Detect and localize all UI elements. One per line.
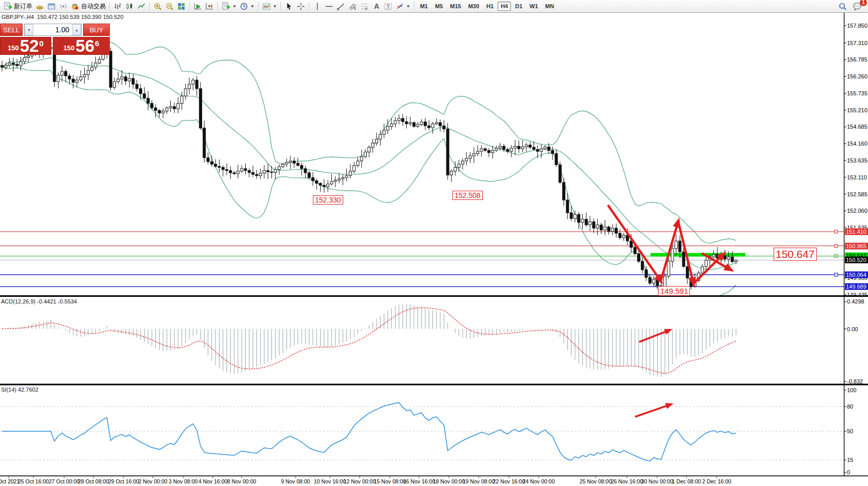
toolbar-separator (258, 2, 259, 11)
date-label: 16 Nov 16:00 (403, 478, 435, 484)
annotation-box[interactable]: 149.591 (658, 286, 690, 296)
buy-button[interactable]: BUY (83, 24, 110, 36)
notifications-button[interactable]: 💬1 (852, 1, 863, 11)
timeframe-button-M1[interactable]: M1 (417, 2, 431, 11)
macd-indicator-header: ACD(12,26,9) -0.4421 -0.5534 (1, 298, 77, 305)
buy-price-pips: 56 (75, 38, 94, 54)
buy-price-display[interactable]: 150 56 6 (53, 37, 110, 55)
timeframe-button-H1[interactable]: H1 (483, 2, 497, 11)
buy-price-handle: 150 (64, 44, 75, 52)
price-level-label: 151.410 (845, 228, 868, 235)
period-selector-button[interactable]: ▼ (238, 1, 256, 11)
timeframe-button-M15[interactable]: M15 (447, 2, 464, 11)
sell-price-display[interactable]: 150 52 0 (0, 37, 51, 55)
rsi-scale-label: 80 (847, 403, 867, 410)
timeframe-button-M5[interactable]: M5 (432, 2, 446, 11)
date-label: 25 Nov 08:00 (580, 478, 611, 484)
bollinger-band-line (2, 67, 736, 299)
channel-icon: E (348, 2, 357, 11)
fibonacci-button[interactable]: F (359, 1, 370, 11)
macd-pane (2, 304, 736, 377)
date-label: 29 Oct 16:00 (108, 478, 139, 484)
price-tick-label: 153.110 (847, 174, 867, 180)
date-label: 1 Dec 08:00 (672, 478, 701, 484)
volume-spinner: ▼ ▲ (24, 24, 82, 36)
crosshair-button[interactable] (295, 1, 307, 11)
price-tick-label: 152.585 (847, 191, 867, 197)
arrows-button[interactable]: ▼ (394, 1, 412, 11)
toolbar-separator (109, 2, 110, 11)
line-handle (835, 273, 838, 276)
new-order-button[interactable]: 新订单 (2, 1, 34, 11)
book-icon (35, 2, 44, 11)
svg-text:T: T (386, 3, 390, 9)
chart-shift-button[interactable] (204, 1, 215, 11)
market-watch-button[interactable] (34, 1, 46, 11)
search-button[interactable] (837, 1, 849, 11)
trendline-button[interactable] (335, 1, 347, 11)
date-label: 4 Nov 16:00 (199, 478, 228, 484)
linechart-icon (137, 2, 146, 11)
rsi-indicator-header: SI(14) 42.7602 (1, 387, 38, 393)
rsi-scale-label: 0 (847, 469, 867, 475)
trend-arrow (608, 205, 661, 281)
price-level-label: 150.064 (845, 271, 868, 278)
chart-canvas[interactable] (0, 0, 868, 486)
timeframe-button-H4[interactable]: H4 (498, 2, 511, 11)
pane-separator (0, 384, 868, 386)
annotation-box[interactable]: 152.508 (452, 191, 483, 200)
toolbar-separator (281, 2, 281, 11)
cursor-button[interactable] (283, 1, 295, 11)
dropdown-arrow-icon: ▼ (250, 4, 254, 9)
equidistant-channel-button[interactable]: E (347, 1, 359, 11)
svg-text:F: F (365, 6, 368, 10)
annotation-box[interactable]: 150.647 (774, 248, 817, 261)
textT-icon: T (384, 2, 392, 11)
price-tick-label: 157.310 (847, 40, 867, 46)
line-chart-button[interactable] (135, 1, 147, 11)
text-button[interactable]: A (370, 1, 382, 11)
templates-button[interactable]: ▼ (220, 1, 238, 11)
annotation-box[interactable]: 152.330 (313, 195, 343, 205)
price-tick-label: 156.260 (847, 73, 867, 79)
autotrade-button[interactable]: 自动交易 (69, 1, 107, 11)
data-window-button[interactable] (46, 1, 57, 11)
volume-increase-button[interactable]: ▲ (72, 24, 81, 35)
toolbar-right-group: 💬1 (837, 1, 866, 11)
search-icon (838, 2, 847, 11)
date-label: 10 Nov 16:00 (314, 478, 346, 484)
candlestick-chart-button[interactable] (124, 1, 135, 11)
tile-windows-button[interactable] (175, 1, 187, 11)
date-label: 2 Nov 00:00 (139, 478, 168, 484)
timeframe-button-D1[interactable]: D1 (512, 2, 525, 11)
mt4-terminal: 新订单自动交易▼▼▼EFAT▼M1M5M15M30H1H4D1W1MN💬1 GB… (0, 0, 868, 486)
volume-decrease-button[interactable]: ▼ (25, 24, 33, 35)
date-label: 8 Nov 00:00 (227, 478, 257, 484)
line-handle (835, 230, 838, 233)
zoom-out-button[interactable] (164, 1, 175, 11)
timeframe-button-MN[interactable]: MN (542, 2, 557, 11)
notification-badge: 1 (860, 0, 867, 6)
rsi-scale-label: 50 (847, 428, 867, 434)
signals-button[interactable] (57, 1, 69, 11)
auto-scroll-button[interactable] (192, 1, 204, 11)
indicators-button[interactable]: ▼ (261, 1, 279, 11)
trend-icon (337, 2, 345, 11)
sell-button[interactable]: SELL (0, 24, 23, 36)
autoscroll-icon (193, 2, 202, 11)
zoomin-icon (153, 2, 162, 11)
buy-price-point: 6 (95, 39, 99, 48)
date-label: 22 Nov 16:00 (493, 478, 525, 484)
volume-input[interactable] (33, 24, 72, 35)
timeframe-button-W1[interactable]: W1 (526, 2, 541, 11)
rsi-pane (0, 402, 844, 461)
timeframe-button-M30[interactable]: M30 (465, 2, 482, 11)
text-label-button[interactable]: T (382, 1, 394, 11)
price-tick-label: 153.635 (847, 157, 867, 164)
dropdown-arrow-icon: ▼ (232, 4, 236, 9)
zoom-in-button[interactable] (152, 1, 164, 11)
toolbar-separator (414, 2, 415, 11)
horizontal-line-button[interactable] (323, 1, 335, 11)
bar-chart-button[interactable] (112, 1, 124, 11)
vertical-line-button[interactable] (311, 1, 323, 11)
